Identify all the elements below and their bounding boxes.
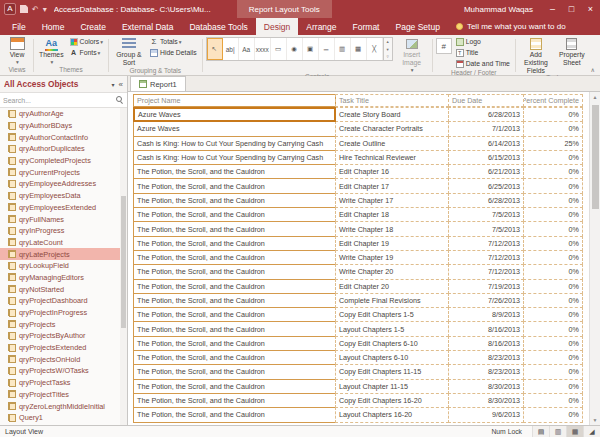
report-cell[interactable]: 0%	[523, 178, 583, 193]
report-cell[interactable]: 6/28/2013	[448, 107, 524, 122]
report-cell[interactable]: Azure Waves	[133, 107, 336, 122]
ribbon-tab-page-setup[interactable]: Page Setup	[387, 18, 447, 35]
report-cell[interactable]: The Potion, the Scroll, and the Cauldron	[133, 307, 336, 322]
report-cell[interactable]: 0%	[523, 107, 583, 122]
hide-details-button[interactable]: Hide Details	[148, 47, 199, 58]
report-cell[interactable]: 0%	[523, 321, 583, 336]
report-cell[interactable]: 0%	[523, 164, 583, 179]
shutter-close-icon[interactable]: «	[119, 80, 123, 89]
insert-image-button[interactable]: Insert Image ▾	[395, 36, 429, 73]
report-cell[interactable]: 0%	[523, 379, 583, 394]
report-cell[interactable]: Write Chapter 19	[335, 250, 449, 265]
report-cell[interactable]: Copy Edit Chapters 1-5	[335, 307, 449, 322]
nav-item-qryProjectsByAuthor[interactable]: qryProjectsByAuthor	[0, 330, 120, 342]
nav-item-qryEmployeesExtended[interactable]: qryEmployeesExtended	[0, 202, 120, 214]
nav-item-qryCompletedProjects[interactable]: qryCompletedProjects	[0, 155, 120, 167]
report-cell[interactable]: Cash is King: How to Cut Your Spending b…	[133, 150, 336, 165]
nav-item-qryFullNames[interactable]: qryFullNames	[0, 213, 120, 225]
nav-item-qryEmployeesData[interactable]: qryEmployeesData	[0, 190, 120, 202]
report-cell[interactable]: 8/23/2013	[448, 364, 524, 379]
report-cell[interactable]: Edit Chapter 16	[335, 164, 449, 179]
tab-report1[interactable]: Report1	[130, 76, 186, 91]
minimize-button[interactable]: –	[543, 0, 562, 18]
report-cell[interactable]: 7/12/2013	[448, 250, 524, 265]
logo-button[interactable]: Logo	[454, 36, 512, 47]
ribbon-tab-format[interactable]: Format	[345, 18, 388, 35]
report-cell[interactable]: 8/23/2013	[448, 350, 524, 365]
report-cell[interactable]: 8/9/2013	[448, 307, 524, 322]
report-cell[interactable]: 7/12/2013	[448, 264, 524, 279]
report-cell[interactable]: Azure Waves	[133, 121, 336, 136]
report-cell[interactable]: Copy Edit Chapters 11-15	[335, 364, 449, 379]
report-cell[interactable]: 8/30/2013	[448, 393, 524, 408]
report-cell[interactable]: The Potion, the Scroll, and the Cauldron	[133, 164, 336, 179]
date-time-button[interactable]: Date and Time	[454, 58, 512, 69]
report-cell[interactable]: Edit Chapter 19	[335, 236, 449, 251]
report-cell[interactable]: 0%	[523, 250, 583, 265]
ribbon-tab-arrange[interactable]: Arrange	[298, 18, 344, 35]
nav-item-qryProjectTasks[interactable]: qryProjectTasks	[0, 377, 120, 389]
view-button[interactable]: View ▾	[4, 36, 30, 65]
title-button[interactable]: T Title	[454, 47, 512, 58]
report-cell[interactable]: The Potion, the Scroll, and the Cauldron	[133, 364, 336, 379]
report-cell[interactable]: Copy Edit Chapters 6-10	[335, 336, 449, 351]
scroll-up-icon[interactable]: ▲	[590, 92, 600, 102]
nav-pane-header[interactable]: All Access Objects ▾ «	[0, 76, 127, 93]
themes-button[interactable]: Aa Themes ▾	[37, 36, 66, 65]
report-cell[interactable]: 0%	[523, 236, 583, 251]
column-header-task-title[interactable]: Task Title	[335, 94, 449, 107]
line-control-icon[interactable]: ╳	[367, 38, 383, 60]
option-group-control-icon[interactable]: ▣	[303, 38, 319, 60]
report-cell[interactable]: 0%	[523, 121, 583, 136]
report-cell[interactable]: 6/14/2013	[448, 136, 524, 151]
combo-box-control-icon[interactable]: ▥	[335, 38, 351, 60]
report-cell[interactable]: Complete Final Revisions	[335, 293, 449, 308]
report-cell[interactable]: Copy Edit Chapters 16-20	[335, 393, 449, 408]
close-button[interactable]: ×	[581, 0, 600, 18]
nav-item-qryProjectsOnHold[interactable]: qryProjectsOnHold	[0, 353, 120, 365]
nav-scrollbar[interactable]	[120, 108, 127, 425]
column-header-percent-complete[interactable]: Percent Complete	[523, 94, 583, 107]
nav-item-qryNotStarted[interactable]: qryNotStarted	[0, 283, 120, 295]
search-icon[interactable]	[116, 96, 124, 104]
maximize-button[interactable]: □	[562, 0, 581, 18]
report-cell[interactable]: 7/1/2013	[448, 121, 524, 136]
report-cell[interactable]: 0%	[523, 407, 583, 422]
ribbon-tab-file[interactable]: File	[4, 18, 34, 35]
column-header-due-date[interactable]: Due Date	[448, 94, 524, 107]
ribbon-tab-design[interactable]: Design	[256, 18, 298, 35]
vertical-scrollbar[interactable]: ▲ ▼	[589, 92, 600, 425]
scroll-thumb[interactable]	[592, 105, 599, 209]
report-cell[interactable]: 6/25/2013	[448, 178, 524, 193]
nav-scroll-thumb[interactable]	[121, 196, 126, 328]
report-cell[interactable]: 9/6/2013	[448, 407, 524, 422]
ribbon-tab-external-data[interactable]: External Data	[114, 18, 182, 35]
report-cell[interactable]: 0%	[523, 150, 583, 165]
ribbon-tab-create[interactable]: Create	[72, 18, 114, 35]
report-cell[interactable]: The Potion, the Scroll, and the Cauldron	[133, 350, 336, 365]
ribbon-tab-home[interactable]: Home	[34, 18, 73, 35]
nav-item-qryLookupField[interactable]: qryLookupField	[0, 260, 120, 272]
save-icon[interactable]	[20, 5, 28, 13]
report-cell[interactable]: 0%	[523, 393, 583, 408]
report-cell[interactable]: 6/28/2013	[448, 193, 524, 208]
ribbon-tab-database-tools[interactable]: Database Tools	[181, 18, 255, 35]
text-box-control-icon[interactable]: ab|	[223, 38, 239, 60]
report-cell[interactable]: The Potion, the Scroll, and the Cauldron	[133, 336, 336, 351]
report-cell[interactable]: 0%	[523, 364, 583, 379]
report-cell[interactable]: The Potion, the Scroll, and the Cauldron	[133, 221, 336, 236]
nav-item-qryEmployeeAddresses[interactable]: qryEmployeeAddresses	[0, 178, 120, 190]
report-cell[interactable]: The Potion, the Scroll, and the Cauldron	[133, 264, 336, 279]
nav-item-qryLateCount[interactable]: qryLateCount	[0, 237, 120, 249]
nav-item-qryAuthorAge[interactable]: qryAuthorAge	[0, 108, 120, 120]
report-cell[interactable]: 0%	[523, 207, 583, 222]
report-cell[interactable]: The Potion, the Scroll, and the Cauldron	[133, 178, 336, 193]
report-cell[interactable]: The Potion, the Scroll, and the Cauldron	[133, 193, 336, 208]
report-cell[interactable]: The Potion, the Scroll, and the Cauldron	[133, 279, 336, 294]
property-sheet-button[interactable]: Property Sheet	[555, 36, 589, 67]
report-cell[interactable]: The Potion, the Scroll, and the Cauldron	[133, 293, 336, 308]
report-cell[interactable]: 8/30/2013	[448, 379, 524, 394]
report-cell[interactable]: 7/19/2013	[448, 279, 524, 294]
report-cell[interactable]: 6/15/2013	[448, 150, 524, 165]
gallery-up-icon[interactable]: ▴	[386, 39, 388, 44]
